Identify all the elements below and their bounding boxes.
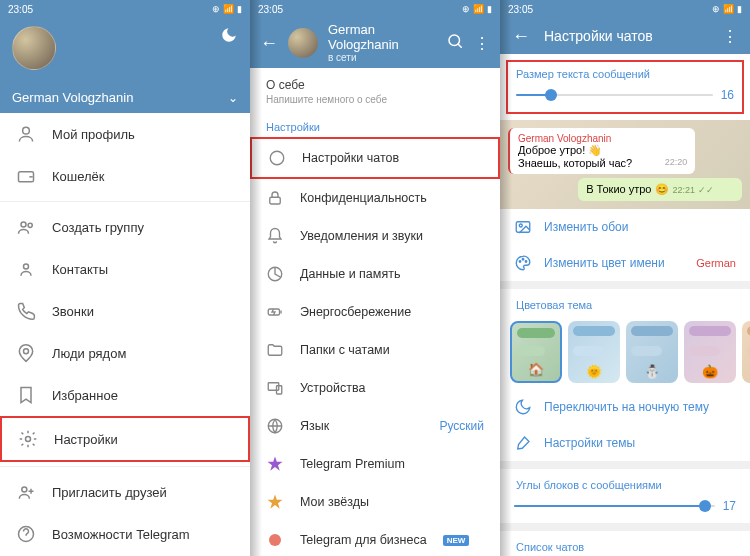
menu-contacts[interactable]: Контакты [0, 248, 250, 290]
row-notifications[interactable]: Уведомления и звуки [250, 217, 500, 255]
svg-rect-11 [270, 197, 281, 204]
svg-point-21 [519, 261, 521, 263]
menu-nearby[interactable]: Люди рядом [0, 332, 250, 374]
row-data[interactable]: Данные и память [250, 255, 500, 293]
header-status: в сети [328, 52, 436, 63]
bubble-outgoing: В Токио утро 😊22:21 ✓✓ [578, 178, 742, 201]
chat-icon [268, 149, 286, 167]
text-size-value: 16 [721, 88, 734, 102]
help-icon [16, 524, 36, 544]
menu-wallet[interactable]: Кошелёк [0, 155, 250, 197]
menu-new-group[interactable]: Создать группу [0, 206, 250, 248]
palette-icon [514, 254, 532, 272]
section-corners: Углы блоков с сообщениями [500, 469, 750, 495]
stars-icon [266, 493, 284, 511]
svg-point-17 [269, 534, 281, 546]
theme-card[interactable]: ⛄ [626, 321, 678, 383]
bell-icon [266, 227, 284, 245]
link-theme-settings[interactable]: Настройки темы [500, 425, 750, 461]
drawer-menu: Мой профиль Кошелёк Создать группу Конта… [0, 113, 250, 556]
nearby-icon [16, 343, 36, 363]
row-privacy[interactable]: Конфиденциальность [250, 179, 500, 217]
link-night-mode[interactable]: Переключить на ночную тему [500, 389, 750, 425]
status-bar: 23:05 ⊕📶▮ [0, 0, 250, 18]
pie-icon [266, 265, 284, 283]
menu-my-profile[interactable]: Мой профиль [0, 113, 250, 155]
group-icon [16, 217, 36, 237]
text-size-section: Размер текста сообщений 16 [506, 60, 744, 114]
back-icon[interactable]: ← [512, 26, 530, 47]
svg-rect-19 [516, 222, 530, 233]
section-theme: Цветовая тема [500, 289, 750, 315]
link-name-color[interactable]: Изменить цвет имениGerman [500, 245, 750, 281]
status-time: 23:05 [508, 4, 533, 15]
link-wallpaper[interactable]: Изменить обои [500, 209, 750, 245]
status-icons: ⊕📶▮ [212, 4, 242, 14]
avatar[interactable] [288, 28, 318, 58]
gear-icon [18, 429, 38, 449]
status-bar: 23:05 ⊕📶▮ [500, 0, 750, 18]
corners-slider[interactable] [514, 505, 715, 507]
svg-point-3 [28, 223, 32, 227]
status-time: 23:05 [8, 4, 33, 15]
more-icon[interactable]: ⋮ [474, 34, 490, 53]
text-size-label: Размер текста сообщений [516, 68, 734, 80]
user-icon [16, 124, 36, 144]
svg-point-2 [21, 222, 26, 227]
devices-icon [266, 379, 284, 397]
menu-settings[interactable]: Настройки [0, 416, 250, 462]
row-chat-settings[interactable]: Настройки чатов [250, 137, 500, 179]
section-chatlist: Список чатов [500, 531, 750, 556]
settings-pane: 23:05 ⊕📶▮ ← German Vologzhanin в сети ⋮ … [250, 0, 500, 556]
night-mode-icon[interactable] [220, 26, 238, 44]
user-name: German Vologzhanin [12, 90, 133, 105]
row-premium[interactable]: Telegram Premium [250, 445, 500, 483]
svg-point-6 [26, 437, 31, 442]
folder-icon [266, 341, 284, 359]
search-icon[interactable] [446, 32, 464, 54]
chat-preview: German Vologzhanin Доброе утро! 👋 Знаешь… [500, 120, 750, 209]
more-icon[interactable]: ⋮ [722, 27, 738, 46]
status-bar: 23:05 ⊕📶▮ [250, 0, 500, 18]
svg-point-20 [519, 224, 522, 227]
page-title: Настройки чатов [544, 28, 708, 44]
svg-point-10 [270, 151, 284, 165]
menu-calls[interactable]: Звонки [0, 290, 250, 332]
svg-point-5 [24, 349, 29, 354]
svg-point-23 [525, 261, 527, 263]
biz-icon [266, 531, 284, 549]
row-stars[interactable]: Мои звёзды [250, 483, 500, 521]
text-size-slider[interactable] [516, 94, 713, 96]
row-battery[interactable]: Энергосбережение [250, 293, 500, 331]
theme-card[interactable]: 🎃 [684, 321, 736, 383]
header-name: German Vologzhanin [328, 23, 436, 52]
theme-card[interactable]: 🏠 [510, 321, 562, 383]
bubble-incoming: German Vologzhanin Доброе утро! 👋 Знаешь… [508, 128, 695, 174]
back-icon[interactable]: ← [260, 33, 278, 54]
chevron-down-icon[interactable]: ⌄ [228, 91, 238, 105]
menu-saved[interactable]: Избранное [0, 374, 250, 416]
avatar[interactable] [12, 26, 56, 70]
bookmark-icon [16, 385, 36, 405]
contact-icon [16, 259, 36, 279]
theme-card[interactable]: 🌸 [742, 321, 750, 383]
theme-card[interactable]: 🌞 [568, 321, 620, 383]
chat-settings-pane: 23:05 ⊕📶▮ ← Настройки чатов ⋮ Размер тек… [500, 0, 750, 556]
row-language[interactable]: ЯзыкРусский [250, 407, 500, 445]
new-badge: NEW [443, 535, 470, 546]
drawer-pane: 23:05 ⊕📶▮ German Vologzhanin ⌄ Мой профи… [0, 0, 250, 556]
about-section[interactable]: О себе Напишите немного о себе [250, 68, 500, 111]
svg-point-7 [22, 487, 27, 492]
menu-invite[interactable]: Пригласить друзей [0, 471, 250, 513]
theme-picker: 🏠 🌞 ⛄ 🎃 🌸 [500, 315, 750, 389]
lock-icon [266, 189, 284, 207]
phone-icon [16, 301, 36, 321]
svg-point-0 [23, 127, 30, 134]
row-devices[interactable]: Устройства [250, 369, 500, 407]
menu-features[interactable]: Возможности Telegram [0, 513, 250, 555]
row-folders[interactable]: Папки с чатами [250, 331, 500, 369]
row-business[interactable]: Telegram для бизнесаNEW [250, 521, 500, 556]
svg-point-4 [24, 264, 29, 269]
brush-icon [514, 434, 532, 452]
moon-icon [514, 398, 532, 416]
